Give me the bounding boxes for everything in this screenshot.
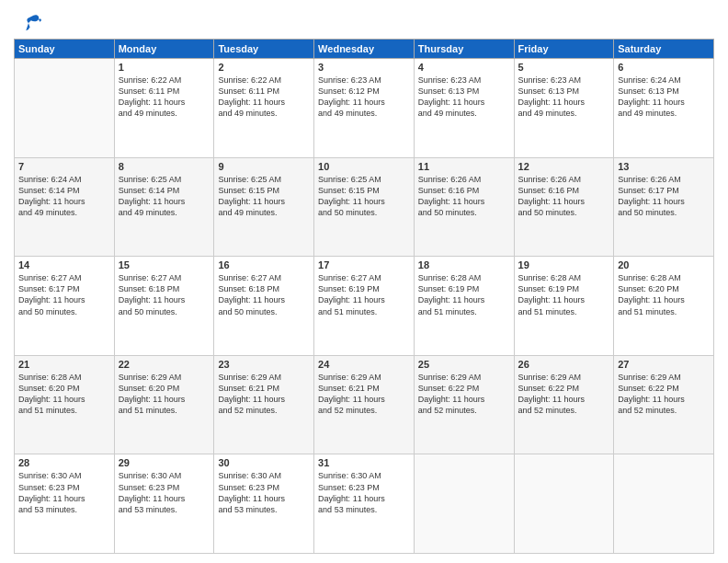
day-info: Sunrise: 6:24 AM Sunset: 6:13 PM Dayligh… (618, 75, 710, 120)
calendar-cell: 7Sunrise: 6:24 AM Sunset: 6:14 PM Daylig… (15, 157, 115, 257)
calendar-cell: 21Sunrise: 6:28 AM Sunset: 6:20 PM Dayli… (15, 355, 115, 454)
calendar-week-row: 21Sunrise: 6:28 AM Sunset: 6:20 PM Dayli… (15, 355, 714, 454)
calendar-cell: 8Sunrise: 6:25 AM Sunset: 6:14 PM Daylig… (114, 157, 214, 257)
day-info: Sunrise: 6:30 AM Sunset: 6:23 PM Dayligh… (218, 470, 310, 515)
day-info: Sunrise: 6:23 AM Sunset: 6:13 PM Dayligh… (518, 75, 610, 120)
day-number: 22 (119, 359, 210, 370)
day-info: Sunrise: 6:30 AM Sunset: 6:23 PM Dayligh… (18, 470, 110, 515)
day-info: Sunrise: 6:27 AM Sunset: 6:18 PM Dayligh… (218, 272, 310, 317)
day-info: Sunrise: 6:26 AM Sunset: 6:16 PM Dayligh… (418, 174, 510, 219)
day-info: Sunrise: 6:28 AM Sunset: 6:19 PM Dayligh… (418, 272, 510, 317)
calendar-cell: 12Sunrise: 6:26 AM Sunset: 6:16 PM Dayli… (514, 157, 614, 257)
day-info: Sunrise: 6:27 AM Sunset: 6:19 PM Dayligh… (318, 272, 410, 317)
day-header: Tuesday (214, 40, 314, 59)
calendar-cell: 18Sunrise: 6:28 AM Sunset: 6:19 PM Dayli… (414, 257, 514, 356)
day-number: 8 (119, 161, 210, 172)
day-number: 18 (418, 259, 510, 270)
day-number: 15 (119, 259, 210, 270)
day-number: 1 (119, 62, 210, 73)
day-number: 13 (618, 161, 710, 172)
day-number: 12 (518, 161, 610, 172)
day-number: 9 (218, 161, 310, 172)
day-info: Sunrise: 6:29 AM Sunset: 6:21 PM Dayligh… (218, 372, 310, 417)
day-number: 21 (18, 359, 110, 370)
day-number: 26 (518, 359, 610, 370)
day-number: 27 (618, 359, 710, 370)
day-info: Sunrise: 6:29 AM Sunset: 6:21 PM Dayligh… (318, 372, 410, 417)
calendar-cell: 22Sunrise: 6:29 AM Sunset: 6:20 PM Dayli… (114, 355, 214, 454)
calendar-header-row: SundayMondayTuesdayWednesdayThursdayFrid… (15, 40, 714, 59)
calendar-cell: 16Sunrise: 6:27 AM Sunset: 6:18 PM Dayli… (214, 257, 314, 356)
day-number: 28 (18, 457, 110, 468)
day-info: Sunrise: 6:26 AM Sunset: 6:17 PM Dayligh… (618, 174, 710, 219)
calendar-cell: 30Sunrise: 6:30 AM Sunset: 6:23 PM Dayli… (214, 454, 314, 554)
calendar-cell: 28Sunrise: 6:30 AM Sunset: 6:23 PM Dayli… (15, 454, 115, 554)
calendar-cell: 11Sunrise: 6:26 AM Sunset: 6:16 PM Dayli… (414, 157, 514, 257)
day-info: Sunrise: 6:28 AM Sunset: 6:19 PM Dayligh… (518, 272, 610, 317)
day-info: Sunrise: 6:25 AM Sunset: 6:15 PM Dayligh… (318, 174, 410, 219)
calendar-cell: 2Sunrise: 6:22 AM Sunset: 6:11 PM Daylig… (214, 59, 314, 158)
day-info: Sunrise: 6:29 AM Sunset: 6:22 PM Dayligh… (418, 372, 510, 417)
day-info: Sunrise: 6:22 AM Sunset: 6:11 PM Dayligh… (119, 75, 210, 120)
day-number: 6 (618, 62, 710, 73)
day-info: Sunrise: 6:27 AM Sunset: 6:18 PM Dayligh… (119, 272, 210, 317)
day-header: Thursday (414, 40, 514, 59)
calendar-cell: 3Sunrise: 6:23 AM Sunset: 6:12 PM Daylig… (314, 59, 415, 158)
calendar-cell (614, 454, 714, 554)
day-number: 25 (418, 359, 510, 370)
day-info: Sunrise: 6:30 AM Sunset: 6:23 PM Dayligh… (318, 470, 410, 515)
calendar-cell: 6Sunrise: 6:24 AM Sunset: 6:13 PM Daylig… (614, 59, 714, 158)
header (14, 9, 714, 33)
day-info: Sunrise: 6:23 AM Sunset: 6:13 PM Dayligh… (418, 75, 510, 120)
calendar-cell: 4Sunrise: 6:23 AM Sunset: 6:13 PM Daylig… (414, 59, 514, 158)
logo-icon (16, 13, 41, 33)
calendar-cell: 20Sunrise: 6:28 AM Sunset: 6:20 PM Dayli… (614, 257, 714, 356)
calendar-body: 1Sunrise: 6:22 AM Sunset: 6:11 PM Daylig… (15, 59, 714, 554)
day-info: Sunrise: 6:25 AM Sunset: 6:15 PM Dayligh… (218, 174, 310, 219)
day-info: Sunrise: 6:28 AM Sunset: 6:20 PM Dayligh… (618, 272, 710, 317)
calendar-week-row: 7Sunrise: 6:24 AM Sunset: 6:14 PM Daylig… (15, 157, 714, 257)
day-info: Sunrise: 6:30 AM Sunset: 6:23 PM Dayligh… (119, 470, 210, 515)
day-number: 11 (418, 161, 510, 172)
calendar-cell: 29Sunrise: 6:30 AM Sunset: 6:23 PM Dayli… (114, 454, 214, 554)
calendar-cell: 13Sunrise: 6:26 AM Sunset: 6:17 PM Dayli… (614, 157, 714, 257)
day-number: 7 (18, 161, 110, 172)
day-info: Sunrise: 6:22 AM Sunset: 6:11 PM Dayligh… (218, 75, 310, 120)
day-header: Saturday (614, 40, 714, 59)
day-info: Sunrise: 6:25 AM Sunset: 6:14 PM Dayligh… (119, 174, 210, 219)
calendar-cell: 31Sunrise: 6:30 AM Sunset: 6:23 PM Dayli… (314, 454, 415, 554)
day-info: Sunrise: 6:29 AM Sunset: 6:22 PM Dayligh… (518, 372, 610, 417)
calendar-cell: 17Sunrise: 6:27 AM Sunset: 6:19 PM Dayli… (314, 257, 415, 356)
calendar-cell (15, 59, 115, 158)
day-info: Sunrise: 6:29 AM Sunset: 6:20 PM Dayligh… (119, 372, 210, 417)
day-info: Sunrise: 6:27 AM Sunset: 6:17 PM Dayligh… (18, 272, 110, 317)
calendar-week-row: 14Sunrise: 6:27 AM Sunset: 6:17 PM Dayli… (15, 257, 714, 356)
day-number: 10 (318, 161, 410, 172)
day-number: 23 (218, 359, 310, 370)
day-number: 30 (218, 457, 310, 468)
day-number: 17 (318, 259, 410, 270)
day-info: Sunrise: 6:24 AM Sunset: 6:14 PM Dayligh… (18, 174, 110, 219)
day-number: 16 (218, 259, 310, 270)
day-info: Sunrise: 6:23 AM Sunset: 6:12 PM Dayligh… (318, 75, 410, 120)
day-header: Wednesday (314, 40, 415, 59)
day-number: 29 (119, 457, 210, 468)
calendar-cell: 24Sunrise: 6:29 AM Sunset: 6:21 PM Dayli… (314, 355, 415, 454)
calendar-cell (514, 454, 614, 554)
day-number: 19 (518, 259, 610, 270)
calendar-cell: 27Sunrise: 6:29 AM Sunset: 6:22 PM Dayli… (614, 355, 714, 454)
day-number: 14 (18, 259, 110, 270)
day-header: Sunday (15, 40, 115, 59)
calendar-cell: 15Sunrise: 6:27 AM Sunset: 6:18 PM Dayli… (114, 257, 214, 356)
page: SundayMondayTuesdayWednesdayThursdayFrid… (0, 0, 728, 563)
calendar-cell: 23Sunrise: 6:29 AM Sunset: 6:21 PM Dayli… (214, 355, 314, 454)
calendar-cell (414, 454, 514, 554)
calendar-cell: 14Sunrise: 6:27 AM Sunset: 6:17 PM Dayli… (15, 257, 115, 356)
day-info: Sunrise: 6:26 AM Sunset: 6:16 PM Dayligh… (518, 174, 610, 219)
day-header: Monday (114, 40, 214, 59)
calendar-cell: 26Sunrise: 6:29 AM Sunset: 6:22 PM Dayli… (514, 355, 614, 454)
day-number: 2 (218, 62, 310, 73)
day-number: 31 (318, 457, 410, 468)
day-number: 20 (618, 259, 710, 270)
day-info: Sunrise: 6:28 AM Sunset: 6:20 PM Dayligh… (18, 372, 110, 417)
